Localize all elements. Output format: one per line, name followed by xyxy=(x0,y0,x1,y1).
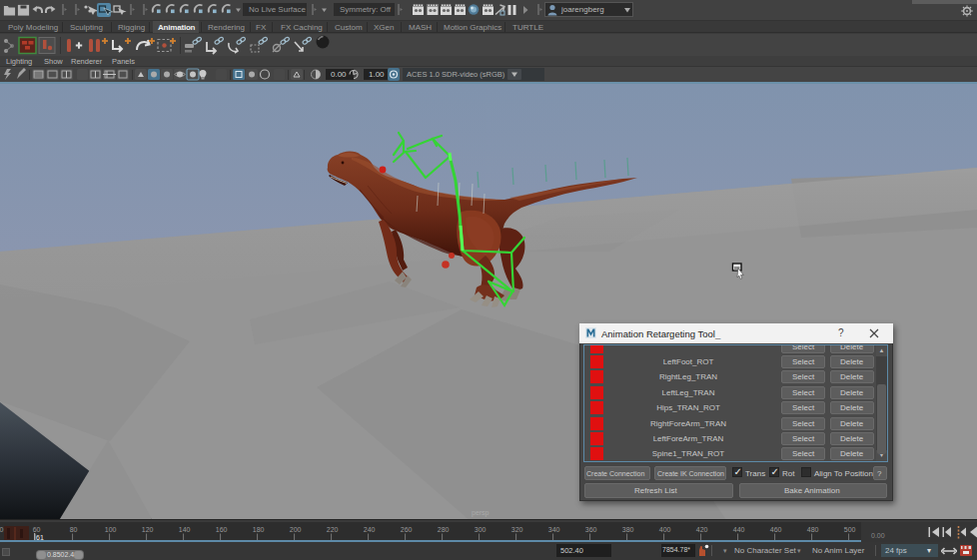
svg-text:180: 180 xyxy=(253,526,265,533)
svg-text:480: 480 xyxy=(807,526,819,533)
svg-text:61: 61 xyxy=(36,534,44,541)
svg-text:280: 280 xyxy=(438,526,450,533)
svg-text:80: 80 xyxy=(70,526,78,533)
svg-text:0.00: 0.00 xyxy=(871,532,885,539)
svg-text:220: 220 xyxy=(327,526,339,533)
svg-text:120: 120 xyxy=(142,526,154,533)
svg-text:100: 100 xyxy=(105,526,117,533)
svg-text:340: 340 xyxy=(548,526,560,533)
svg-text:160: 160 xyxy=(216,526,228,533)
svg-text:460: 460 xyxy=(770,526,782,533)
svg-text:260: 260 xyxy=(401,526,413,533)
svg-text:380: 380 xyxy=(622,526,634,533)
svg-text:500: 500 xyxy=(844,526,856,533)
svg-text:240: 240 xyxy=(364,526,376,533)
svg-text:40: 40 xyxy=(0,526,4,533)
svg-text:420: 420 xyxy=(696,526,708,533)
svg-text:300: 300 xyxy=(475,526,487,533)
svg-text:400: 400 xyxy=(659,526,671,533)
svg-text:320: 320 xyxy=(511,526,523,533)
svg-text:200: 200 xyxy=(290,526,302,533)
svg-text:140: 140 xyxy=(179,526,191,533)
svg-text:360: 360 xyxy=(585,526,597,533)
svg-text:440: 440 xyxy=(733,526,745,533)
svg-text:60: 60 xyxy=(33,526,41,533)
svg-text:persp: persp xyxy=(472,509,489,517)
